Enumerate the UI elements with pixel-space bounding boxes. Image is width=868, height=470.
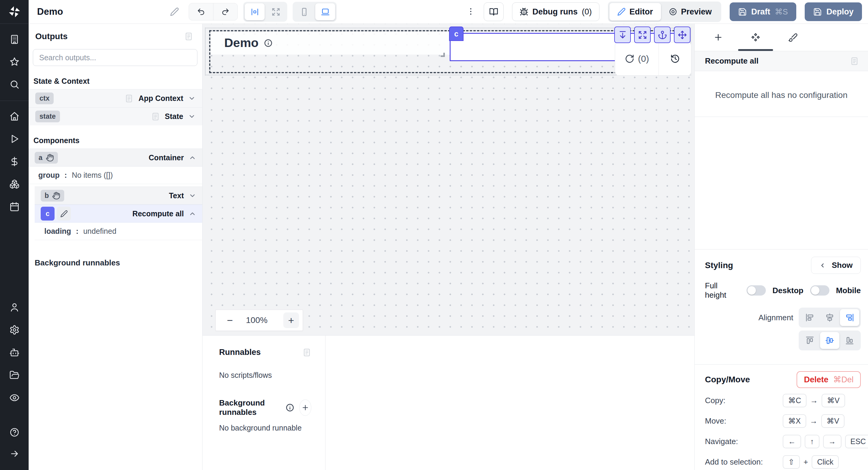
app-canvas[interactable]: Demo c (0) (203, 24, 694, 335)
pencil-icon (617, 7, 626, 16)
desktop-label: Desktop (772, 286, 804, 295)
selected-component-tag[interactable]: c (449, 27, 464, 41)
sidebar-item-variables[interactable] (9, 156, 20, 167)
undo-button[interactable] (189, 3, 213, 20)
debug-runs-button[interactable]: Debug runs (0) (512, 2, 599, 21)
runnables-detail-area (326, 336, 694, 470)
component-row-b[interactable]: b Text (35, 187, 202, 205)
sidebar-item-search[interactable] (9, 79, 20, 90)
document-icon[interactable] (302, 348, 311, 357)
output-row-state[interactable]: state State (29, 107, 202, 125)
canvas-app-title[interactable]: Demo (224, 36, 273, 50)
tab-preview[interactable]: Preview (661, 3, 720, 21)
home-icon (9, 111, 20, 121)
component-row-c-selected[interactable]: c Recompute all (35, 205, 202, 223)
align-right-button[interactable] (840, 309, 859, 326)
shortcut-label: Move: (705, 416, 783, 426)
align-bottom-button[interactable] (840, 332, 859, 349)
horizontal-align-group (799, 308, 861, 327)
tab-editor[interactable]: Editor (610, 3, 661, 21)
add-background-runnable-button[interactable] (299, 400, 311, 416)
sidebar-item-favorites[interactable] (9, 57, 20, 68)
history-icon[interactable] (670, 54, 680, 64)
expand-canvas-button[interactable] (266, 3, 286, 20)
output-row-ctx[interactable]: ctx App Context (29, 89, 202, 107)
zoom-in-button[interactable]: + (283, 312, 299, 328)
delete-shortcut: ⌘Del (833, 375, 854, 384)
sidebar-item-folders[interactable] (9, 370, 20, 381)
copy-move-title: Copy/Move (705, 375, 750, 384)
chevron-down-icon[interactable] (188, 95, 195, 102)
search-outputs-input[interactable] (39, 53, 191, 62)
desktop-toggle[interactable] (810, 285, 830, 295)
expand-component-button[interactable] (634, 27, 651, 43)
sidebar-item-account[interactable] (9, 302, 20, 313)
component-settings-header: Recompute all (695, 51, 868, 71)
sidebar-item-audit[interactable] (9, 393, 20, 404)
output-id-badge: state (35, 111, 60, 122)
chevron-up-icon[interactable] (189, 210, 196, 218)
chevron-up-icon[interactable] (189, 154, 196, 161)
anchor-component-button[interactable] (654, 27, 671, 43)
align-left-button[interactable] (800, 309, 819, 326)
arrow-right-separator: → (810, 396, 818, 405)
show-styling-button[interactable]: Show (811, 257, 861, 274)
sidebar-item-home[interactable] (9, 111, 20, 122)
move-component-button[interactable] (674, 27, 690, 43)
boxes-icon (9, 179, 20, 189)
tab-component-settings[interactable] (737, 24, 774, 51)
deploy-button[interactable]: Deploy (805, 2, 862, 21)
info-icon[interactable] (285, 403, 294, 412)
sidebar-item-settings[interactable] (9, 325, 20, 336)
styling-section: Styling Show Full height Desktop Mobile (695, 249, 868, 357)
document-icon[interactable] (850, 57, 859, 66)
sidebar-expand-button[interactable] (9, 449, 20, 460)
kbd-key: → (823, 435, 841, 448)
windmill-logo[interactable] (0, 0, 29, 24)
tab-insert-component[interactable] (700, 24, 737, 51)
align-middle-button[interactable] (820, 332, 839, 349)
sidebar-item-resources[interactable] (9, 179, 20, 190)
background-runnables-heading: Background runnables (219, 398, 281, 417)
tab-global-styling[interactable] (774, 24, 812, 51)
desktop-view-button[interactable] (315, 3, 335, 20)
topbar: Demo Debug runs (0) (29, 0, 868, 24)
full-height-toggle[interactable] (747, 285, 766, 295)
more-menu-button[interactable] (466, 7, 475, 17)
align-center-h-button[interactable] (820, 309, 839, 326)
component-chip-b[interactable]: b (41, 190, 64, 201)
zoom-out-button[interactable]: − (219, 312, 241, 328)
draft-button[interactable]: Draft ⌘S (730, 2, 796, 21)
redo-icon (221, 7, 230, 16)
delete-component-button[interactable]: Delete ⌘Del (797, 371, 861, 388)
resize-handle[interactable] (441, 53, 445, 57)
edit-component-button[interactable] (57, 207, 71, 221)
component-row-a[interactable]: a Container (29, 149, 202, 167)
help-icon (9, 427, 20, 437)
center-content-button[interactable] (245, 3, 265, 20)
chevron-left-icon (819, 262, 826, 269)
redo-button[interactable] (213, 3, 238, 20)
align-top-button[interactable] (800, 332, 819, 349)
state-context-title: State & Context (33, 77, 202, 86)
component-chip-a[interactable]: a (35, 152, 58, 164)
refresh-icon[interactable] (625, 54, 634, 64)
chevron-down-icon[interactable] (189, 192, 196, 199)
expand-icon (272, 7, 280, 16)
sidebar-item-runs[interactable] (9, 134, 20, 145)
sidebar-item-schedules[interactable] (9, 201, 20, 213)
docs-button[interactable] (484, 2, 504, 21)
insert-below-button[interactable] (614, 27, 631, 43)
info-icon[interactable] (264, 38, 273, 48)
sidebar-item-help[interactable] (9, 427, 20, 438)
kbd-key: ← (783, 435, 801, 448)
shortcut-label: Copy: (705, 396, 783, 405)
sidebar-item-workers[interactable] (9, 347, 20, 358)
chevron-down-icon[interactable] (188, 113, 195, 120)
settings-tabs (695, 24, 868, 51)
sidebar-item-workspace[interactable] (9, 34, 20, 45)
edit-title-button[interactable] (170, 7, 179, 16)
output-type-label: State (165, 112, 183, 121)
mobile-view-button[interactable] (294, 3, 314, 20)
document-icon[interactable] (184, 32, 193, 41)
